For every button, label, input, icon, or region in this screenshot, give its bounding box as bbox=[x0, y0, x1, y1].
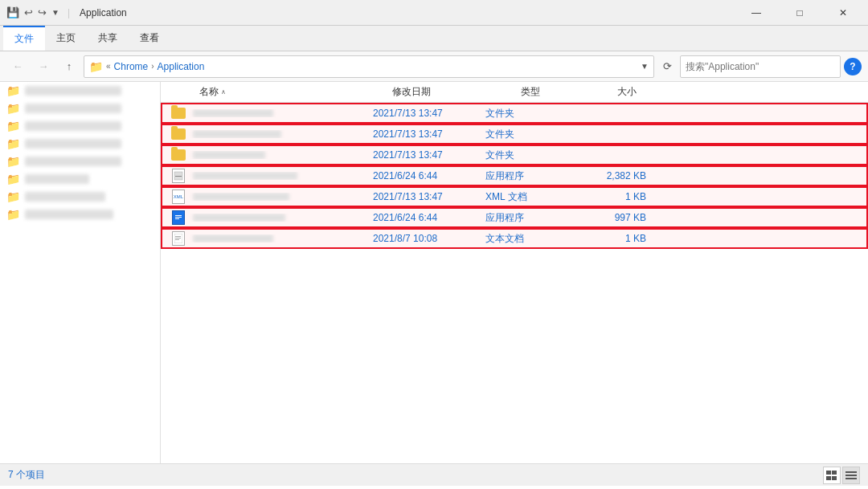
sidebar-item-1[interactable]: 📁 bbox=[0, 82, 160, 100]
breadcrumb-separator1: « bbox=[106, 62, 111, 71]
col-header-name[interactable]: 名称 ∧ bbox=[199, 85, 392, 99]
svg-rect-14 bbox=[845, 471, 857, 473]
breadcrumb-arrow1: › bbox=[151, 62, 154, 71]
table-row[interactable]: 2021/7/13 13:47 文件夹 bbox=[161, 145, 868, 165]
view-list-button[interactable] bbox=[823, 467, 841, 484]
svg-rect-9 bbox=[175, 239, 179, 240]
breadcrumb-application[interactable]: Application bbox=[158, 61, 205, 72]
folder-icon-addr: 📁 bbox=[89, 60, 103, 73]
file-size-6: 997 KB bbox=[582, 212, 654, 223]
save-icon[interactable]: 💾 bbox=[6, 6, 19, 18]
view-detail-button[interactable] bbox=[842, 467, 860, 484]
file-date-7: 2021/8/7 10:08 bbox=[373, 233, 485, 244]
address-box[interactable]: 📁 « Chrome › Application ▼ bbox=[84, 55, 654, 78]
sidebar-folder-icon-7: 📁 bbox=[6, 190, 20, 203]
tab-share[interactable]: 共享 bbox=[87, 26, 129, 51]
sidebar-folder-icon-5: 📁 bbox=[6, 155, 20, 168]
minimize-button[interactable]: — bbox=[738, 0, 775, 26]
more-icon[interactable]: ▼ bbox=[51, 8, 59, 17]
col-header-size[interactable]: 大小 bbox=[617, 85, 698, 99]
redo-icon[interactable]: ↪ bbox=[38, 6, 47, 18]
table-row[interactable]: 2021/7/13 13:47 文件夹 bbox=[161, 103, 868, 124]
tab-view[interactable]: 查看 bbox=[129, 26, 170, 51]
back-button[interactable]: ← bbox=[6, 55, 29, 78]
address-bar-row: ← → ↑ 📁 « Chrome › Application ▼ ⟳ ? bbox=[0, 51, 868, 82]
maximize-button[interactable]: □ bbox=[781, 0, 818, 26]
file-size-7: 1 KB bbox=[582, 233, 654, 244]
svg-rect-16 bbox=[845, 478, 857, 479]
table-row[interactable]: 2021/6/24 6:44 应用程序 2,382 KB bbox=[161, 165, 868, 186]
file-type-3: 文件夹 bbox=[485, 149, 582, 162]
folder-icon-3 bbox=[171, 149, 186, 161]
svg-rect-5 bbox=[175, 218, 179, 219]
sidebar-item-3[interactable]: 📁 bbox=[0, 117, 160, 135]
sidebar-folder-icon-1: 📁 bbox=[6, 84, 20, 97]
breadcrumb-chrome[interactable]: Chrome bbox=[114, 61, 149, 72]
list-view-icon bbox=[826, 470, 837, 481]
file-type-6: 应用程序 bbox=[485, 211, 582, 225]
file-icon-cell-6 bbox=[169, 210, 188, 225]
sidebar-item-8[interactable]: 📁 bbox=[0, 206, 160, 223]
file-name-4 bbox=[188, 172, 373, 180]
file-type-4: 应用程序 bbox=[485, 169, 582, 183]
sidebar-label-5 bbox=[25, 157, 121, 166]
tab-home[interactable]: 主页 bbox=[45, 26, 87, 51]
sidebar-label-4 bbox=[25, 139, 121, 149]
sidebar-folder-icon-3: 📁 bbox=[6, 120, 20, 132]
title-bar-right: — □ ✕ bbox=[738, 0, 862, 26]
sidebar-folder-icon-4: 📁 bbox=[6, 137, 20, 150]
table-row[interactable]: XML 2021/7/13 13:47 XML 文档 1 KB bbox=[161, 186, 868, 207]
file-icon-cell-4 bbox=[169, 169, 188, 183]
table-row[interactable]: 2021/8/7 10:08 文本文档 1 KB bbox=[161, 228, 868, 249]
window-title: Application bbox=[80, 7, 127, 18]
svg-rect-13 bbox=[832, 476, 837, 480]
file-list-container: 名称 ∧ 修改日期 类型 大小 2021/7 bbox=[161, 82, 868, 463]
sidebar-item-7[interactable]: 📁 bbox=[0, 188, 160, 206]
address-dropdown-icon[interactable]: ▼ bbox=[641, 62, 649, 71]
file-name-6 bbox=[188, 214, 373, 222]
sidebar-item-6[interactable]: 📁 bbox=[0, 170, 160, 188]
main-area: 📁 📁 📁 📁 📁 📁 📁 📁 bbox=[0, 82, 868, 463]
file-date-4: 2021/6/24 6:44 bbox=[373, 170, 485, 181]
help-button[interactable]: ? bbox=[844, 58, 862, 75]
refresh-button[interactable]: ⟳ bbox=[657, 57, 677, 76]
search-input[interactable] bbox=[680, 55, 841, 78]
up-button[interactable]: ↑ bbox=[58, 55, 80, 78]
sidebar-item-5[interactable]: 📁 bbox=[0, 153, 160, 170]
file-type-7: 文本文档 bbox=[485, 232, 582, 246]
file-type-1: 文件夹 bbox=[485, 107, 582, 120]
ribbon-tabs: 文件 主页 共享 查看 bbox=[0, 26, 868, 51]
col-header-date[interactable]: 修改日期 bbox=[392, 85, 521, 99]
svg-rect-11 bbox=[832, 471, 837, 475]
tab-file[interactable]: 文件 bbox=[3, 26, 45, 51]
table-row[interactable]: 2021/6/24 6:44 应用程序 997 KB bbox=[161, 207, 868, 228]
file-name-7 bbox=[188, 234, 373, 242]
file-date-1: 2021/7/13 13:47 bbox=[373, 108, 485, 119]
sidebar-folder-icon-2: 📁 bbox=[6, 102, 20, 115]
file-list-header: 名称 ∧ 修改日期 类型 大小 bbox=[161, 82, 868, 103]
file-type-5: XML 文档 bbox=[485, 190, 582, 204]
sort-icon: ∧ bbox=[221, 88, 226, 96]
svg-rect-7 bbox=[175, 236, 181, 237]
forward-button[interactable]: → bbox=[32, 55, 55, 78]
sidebar-label-8 bbox=[25, 210, 113, 219]
title-bar: 💾 ↩ ↪ ▼ | Application — □ ✕ bbox=[0, 0, 868, 26]
table-row[interactable]: 2021/7/13 13:47 文件夹 bbox=[161, 124, 868, 145]
file-date-6: 2021/6/24 6:44 bbox=[373, 212, 485, 223]
sidebar-folder-icon-8: 📁 bbox=[6, 208, 20, 221]
sidebar-item-4[interactable]: 📁 bbox=[0, 135, 160, 153]
file-icon-cell-2 bbox=[169, 128, 188, 140]
app-icon-4 bbox=[172, 169, 185, 183]
svg-rect-3 bbox=[175, 215, 182, 216]
sidebar-item-2[interactable]: 📁 bbox=[0, 100, 160, 117]
file-name-5 bbox=[188, 193, 373, 201]
ribbon: 文件 主页 共享 查看 bbox=[0, 26, 868, 51]
sidebar-label-3 bbox=[25, 121, 121, 131]
close-button[interactable]: ✕ bbox=[825, 0, 862, 26]
sidebar: 📁 📁 📁 📁 📁 📁 📁 📁 bbox=[0, 82, 161, 463]
file-size-5: 1 KB bbox=[582, 191, 654, 202]
sidebar-folder-icon-6: 📁 bbox=[6, 173, 20, 185]
file-name-1 bbox=[188, 109, 373, 117]
col-header-type[interactable]: 类型 bbox=[521, 85, 617, 99]
undo-icon[interactable]: ↩ bbox=[24, 6, 33, 18]
